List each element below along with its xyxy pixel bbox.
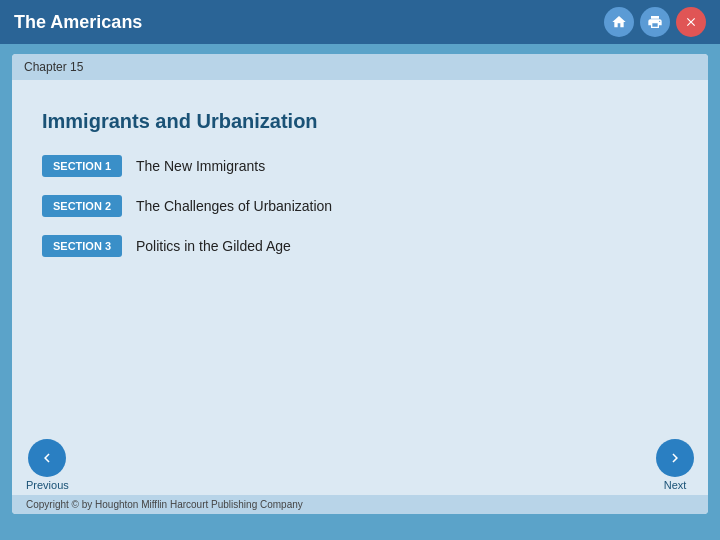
header-icon-group — [604, 7, 706, 37]
nav-footer: Previous Next — [12, 433, 708, 495]
section-badge-2[interactable]: SECTION 2 — [42, 195, 122, 217]
section-item-2: SECTION 2 The Challenges of Urbanization — [42, 195, 678, 217]
previous-circle — [28, 439, 66, 477]
section-badge-1[interactable]: SECTION 1 — [42, 155, 122, 177]
previous-label: Previous — [26, 479, 69, 491]
section-item-3: SECTION 3 Politics in the Gilded Age — [42, 235, 678, 257]
content-area: Immigrants and Urbanization SECTION 1 Th… — [12, 80, 708, 433]
copyright-bar: Copyright © by Houghton Mifflin Harcourt… — [12, 495, 708, 514]
header: The Americans — [0, 0, 720, 44]
app-title: The Americans — [14, 12, 142, 33]
section-badge-3[interactable]: SECTION 3 — [42, 235, 122, 257]
next-icon — [666, 449, 684, 467]
section-label-3: Politics in the Gilded Age — [136, 238, 291, 254]
home-button[interactable] — [604, 7, 634, 37]
home-icon — [611, 14, 627, 30]
next-circle — [656, 439, 694, 477]
chapter-bar: Chapter 15 — [12, 54, 708, 80]
close-icon — [684, 15, 698, 29]
previous-icon — [38, 449, 56, 467]
section-label-2: The Challenges of Urbanization — [136, 198, 332, 214]
next-button[interactable]: Next — [656, 439, 694, 491]
print-button[interactable] — [640, 7, 670, 37]
print-icon — [647, 14, 663, 30]
main-wrapper: Chapter 15 Immigrants and Urbanization S… — [12, 54, 708, 514]
chapter-heading: Immigrants and Urbanization — [42, 110, 678, 133]
previous-button[interactable]: Previous — [26, 439, 69, 491]
section-label-1: The New Immigrants — [136, 158, 265, 174]
section-item-1: SECTION 1 The New Immigrants — [42, 155, 678, 177]
close-button[interactable] — [676, 7, 706, 37]
next-label: Next — [664, 479, 687, 491]
